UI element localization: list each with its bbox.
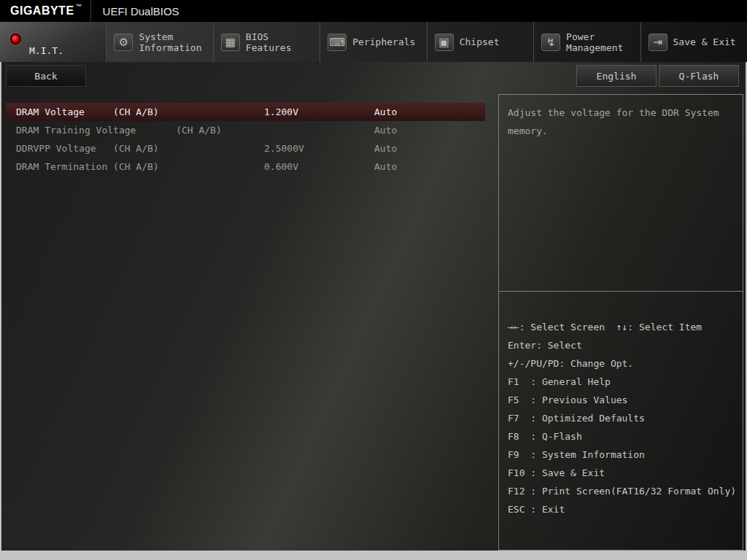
- shortcut-f10: F10 : Save & Exit: [508, 464, 735, 482]
- shortcut-f1: F1 : General Help: [508, 373, 735, 391]
- shortcut-f12: F12 : Print Screen(FAT16/32 Format Only): [508, 482, 735, 500]
- tab-system-information[interactable]: ⚙ System Information: [107, 22, 213, 62]
- topbar: GIGABYTE ™ UEFI DualBIOS: [0, 0, 747, 22]
- tab-label: Peripherals: [352, 36, 415, 47]
- power-icon: ↯: [541, 34, 560, 51]
- peripherals-icon: ⌨: [328, 34, 347, 51]
- setting-row-dram-training-voltage[interactable]: DRAM Training Voltage (CH A/B) Auto: [6, 121, 485, 139]
- setting-value: 0.600V: [264, 158, 298, 176]
- shortcuts-list: →←: Select Screen ↑↓: Select Item Enter:…: [499, 292, 743, 550]
- help-text: Adjust the voltage for the DDR System me…: [499, 95, 743, 292]
- tab-label: Power Management: [566, 31, 623, 53]
- shortcut-esc: ESC : Exit: [508, 500, 735, 518]
- setting-value: 1.200V: [264, 103, 298, 121]
- setting-option[interactable]: Auto: [374, 158, 397, 176]
- shortcut-select-screen: →←: Select Screen ↑↓: Select Item: [508, 318, 735, 336]
- firmware-title: UEFI DualBIOS: [103, 5, 179, 18]
- tab-label: Chipset: [460, 36, 500, 47]
- exit-icon: ⇥: [649, 34, 667, 51]
- setting-row-ddrvpp-voltage[interactable]: DDRVPP Voltage (CH A/B) 2.5000V Auto: [6, 139, 485, 158]
- gigabyte-logo: GIGABYTE: [10, 4, 74, 18]
- language-button[interactable]: English: [576, 65, 657, 87]
- setting-option[interactable]: Auto: [374, 139, 397, 158]
- setting-option[interactable]: Auto: [374, 121, 397, 139]
- chip-icon: ▦: [221, 34, 240, 51]
- tab-label: M.I.T.: [29, 45, 63, 56]
- body-area: Back English Q-Flash DRAM Voltage (CH A/…: [1, 62, 746, 551]
- shortcut-change-opt: +/-/PU/PD: Change Opt.: [508, 354, 735, 373]
- back-button[interactable]: Back: [6, 65, 86, 87]
- tab-label: Save & Exit: [673, 36, 736, 47]
- shortcut-f8: F8 : Q-Flash: [508, 427, 735, 446]
- settings-list: DRAM Voltage (CH A/B) 1.200V Auto DRAM T…: [6, 94, 498, 551]
- shortcut-f7: F7 : Optimized Defaults: [508, 409, 735, 427]
- qflash-button[interactable]: Q-Flash: [659, 65, 739, 87]
- setting-option[interactable]: Auto: [374, 103, 397, 121]
- tab-power-management[interactable]: ↯ Power Management: [534, 22, 640, 62]
- tab-chipset[interactable]: ▣ Chipset: [427, 22, 534, 62]
- mit-record-icon: [10, 34, 21, 44]
- setting-label: DRAM Termination (CH A/B): [16, 161, 159, 172]
- gear-icon: ⚙: [114, 34, 133, 51]
- tab-peripherals[interactable]: ⌨ Peripherals: [320, 22, 427, 62]
- tab-mit[interactable]: M.I.T.: [0, 22, 107, 62]
- tab-bios-features[interactable]: ▦ BIOS Features: [214, 22, 320, 62]
- tab-save-exit[interactable]: ⇥ Save & Exit: [641, 22, 747, 62]
- shortcut-f9: F9 : System Information: [508, 446, 735, 464]
- setting-value: 2.5000V: [264, 139, 304, 158]
- setting-row-dram-voltage[interactable]: DRAM Voltage (CH A/B) 1.200V Auto: [6, 103, 485, 121]
- setting-label: DDRVPP Voltage (CH A/B): [16, 143, 159, 154]
- help-panel: Adjust the voltage for the DDR System me…: [498, 94, 743, 551]
- bios-screen: GIGABYTE ™ UEFI DualBIOS M.I.T. ⚙ System…: [0, 0, 747, 560]
- shortcut-enter: Enter: Select: [508, 336, 735, 354]
- chipset-icon: ▣: [435, 34, 454, 51]
- sub-toolbar: Back English Q-Flash: [1, 62, 746, 94]
- tab-label: BIOS Features: [246, 31, 292, 53]
- content-area: DRAM Voltage (CH A/B) 1.200V Auto DRAM T…: [1, 94, 746, 551]
- setting-row-dram-termination[interactable]: DRAM Termination (CH A/B) 0.600V Auto: [6, 158, 485, 176]
- tab-label: System Information: [139, 31, 201, 53]
- tab-bar: M.I.T. ⚙ System Information ▦ BIOS Featu…: [0, 22, 747, 62]
- shortcut-f5: F5 : Previous Values: [508, 391, 735, 409]
- setting-label: DRAM Training Voltage (CH A/B): [16, 125, 222, 136]
- setting-label: DRAM Voltage (CH A/B): [16, 106, 159, 117]
- topbar-divider: [90, 0, 91, 22]
- trademark-symbol: ™: [76, 3, 82, 9]
